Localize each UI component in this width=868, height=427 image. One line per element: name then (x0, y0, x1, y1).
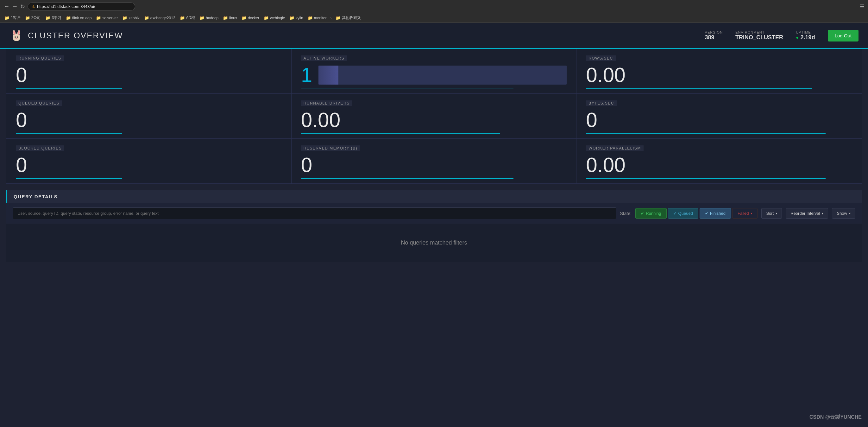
filter-running-button[interactable]: ✔ Running (635, 208, 666, 219)
bookmark-label: linux (229, 16, 237, 20)
stat-bar-blocked (16, 178, 122, 179)
folder-icon: 📁 (96, 16, 101, 20)
bookmark-label: 1客户 (11, 15, 21, 21)
bookmark-other[interactable]: 📁 其他收藏夹 (334, 15, 363, 21)
checkmark-queued: ✔ (673, 211, 677, 216)
stat-bar-workers (301, 88, 514, 88)
stat-bytes-sec: BYTES/SEC 0 (577, 94, 862, 139)
bookmark-label: monitor (314, 16, 327, 20)
stat-bar-rows (586, 88, 812, 89)
version-info: VERSION 389 (705, 30, 723, 41)
filter-queued-button[interactable]: ✔ Queued (668, 208, 698, 219)
stat-rows-sec: ROWS/SEC 0.00 (577, 49, 862, 94)
stat-queued-queries: QUEUED QUERIES 0 (6, 94, 291, 139)
stat-value-blocked: 0 (16, 155, 282, 175)
bookmark-weblogic[interactable]: 📁 weblogic (262, 15, 287, 21)
bookmark-zabbix[interactable]: 📁 zabbix (120, 15, 142, 21)
version-value: 389 (705, 34, 714, 41)
uptime-value: 2.19d (801, 34, 815, 41)
reorder-interval-button[interactable]: Reorder Interval ▾ (786, 208, 828, 219)
stat-label-memory: RESERVED MEMORY (B) (301, 145, 360, 151)
stat-bar-bytes (586, 133, 826, 134)
logo-area: CLUSTER OVERVIEW (9, 29, 123, 42)
sort-dropdown-arrow: ▾ (776, 211, 777, 215)
checkmark-running: ✔ (641, 211, 644, 216)
folder-icon: 📁 (180, 16, 185, 20)
folder-icon: 📁 (336, 16, 341, 20)
bookmark-label: docker (248, 16, 259, 20)
stat-value-rows: 0.00 (586, 65, 852, 85)
app-container: CLUSTER OVERVIEW VERSION 389 ENVIRONMENT… (0, 23, 868, 427)
bookmark-label: kylin (296, 16, 303, 20)
bookmark-1ke-hu[interactable]: 📁 1客户 (3, 15, 23, 21)
bookmark-kylin[interactable]: 📁 kylin (287, 15, 305, 21)
refresh-icon[interactable]: ↻ (20, 3, 25, 10)
environment-label: ENVIRONMENT (735, 30, 765, 34)
workers-bar-container (318, 65, 567, 85)
folder-icon: 📁 (242, 16, 247, 20)
folder-icon: 📁 (45, 16, 50, 20)
bookmark-2gong-si[interactable]: 📁 2公司 (23, 15, 43, 21)
folder-icon: 📁 (122, 16, 127, 20)
workers-number: 1 (301, 65, 312, 85)
uptime-label: UPTIME (796, 30, 811, 34)
address-bar[interactable]: ⚠ https://hd1.dtstack.com:8443/ui/ (28, 3, 135, 10)
bookmark-ad-yu[interactable]: 📁 AD域 (178, 15, 197, 21)
filter-finished-button[interactable]: ✔ Finished (700, 208, 731, 219)
sort-button[interactable]: Sort ▾ (761, 208, 782, 219)
logout-button[interactable]: Log Out (828, 30, 859, 41)
failed-dropdown-arrow: ▾ (750, 211, 752, 215)
stat-value-running: 0 (16, 65, 282, 85)
bookmark-monitor[interactable]: 📁 monitor (306, 15, 329, 21)
page-title: CLUSTER OVERVIEW (28, 31, 123, 40)
filter-failed-button[interactable]: Failed ▾ (732, 208, 757, 219)
stats-grid: RUNNING QUERIES 0 ACTIVE WORKERS 1 ROWS/… (6, 49, 862, 184)
filter-queued-label: Queued (678, 211, 693, 216)
bookmark-hadoop[interactable]: 📁 hadoop (197, 15, 220, 21)
bookmark-label: zabbix (128, 16, 140, 20)
bookmark-label: 2公司 (31, 15, 41, 21)
filter-running-label: Running (646, 211, 661, 216)
no-queries-message: No queries matched filters (6, 224, 862, 262)
checkmark-finished: ✔ (705, 211, 708, 216)
header-meta: VERSION 389 ENVIRONMENT TRINO_CLUSTER UP… (705, 30, 859, 41)
svg-point-6 (17, 36, 18, 38)
bookmark-3xue-xi[interactable]: 📁 3学习 (43, 15, 63, 21)
bookmark-linux[interactable]: 📁 linux (221, 15, 239, 21)
bookmark-sqlserver[interactable]: 📁 sqlserver (94, 15, 120, 21)
stat-bar-queued (16, 133, 122, 134)
stat-active-workers: ACTIVE WORKERS 1 (291, 49, 577, 94)
bookmark-flink-on-adp[interactable]: 📁 flink on adp (64, 15, 93, 21)
active-workers-content: 1 (301, 65, 567, 85)
bookmark-exchange2013[interactable]: 📁 exchange2013 (142, 15, 177, 21)
sort-label: Sort (766, 211, 774, 216)
state-label: State: (620, 211, 632, 216)
stat-label-rows: ROWS/SEC (586, 55, 615, 61)
stat-running-queries: RUNNING QUERIES 0 (6, 49, 291, 94)
forward-icon[interactable]: → (12, 3, 18, 10)
uptime-value-container: ● 2.19d (796, 34, 815, 41)
stat-bar-running (16, 88, 122, 89)
filter-finished-label: Finished (710, 211, 725, 216)
folder-icon: 📁 (199, 16, 205, 20)
show-button[interactable]: Show ▾ (832, 208, 855, 219)
query-search-input[interactable] (13, 207, 616, 219)
stat-label-queued: QUEUED QUERIES (16, 101, 62, 106)
bookmark-label: weblogic (270, 16, 285, 20)
version-label: VERSION (705, 30, 723, 34)
query-controls: State: ✔ Running ✔ Queued ✔ Finished Fai… (6, 203, 862, 224)
bookmark-label: hadoop (206, 16, 218, 20)
bookmark-docker[interactable]: 📁 docker (240, 15, 261, 21)
profile-icon: ☰ (860, 3, 864, 9)
stat-bar-memory (301, 178, 514, 179)
browser-chrome: ← → ↻ ⚠ https://hd1.dtstack.com:8443/ui/… (0, 0, 868, 13)
svg-point-7 (16, 38, 18, 39)
show-dropdown-arrow: ▾ (849, 211, 850, 215)
bookmark-label: AD域 (186, 15, 195, 21)
stat-label-drivers: RUNNABLE DRIVERS (301, 101, 352, 106)
reorder-dropdown-arrow: ▾ (822, 211, 824, 215)
environment-info: ENVIRONMENT TRINO_CLUSTER (735, 30, 783, 41)
stat-value-drivers: 0.00 (301, 110, 567, 130)
folder-icon: 📁 (144, 16, 149, 20)
back-icon[interactable]: ← (4, 3, 9, 10)
